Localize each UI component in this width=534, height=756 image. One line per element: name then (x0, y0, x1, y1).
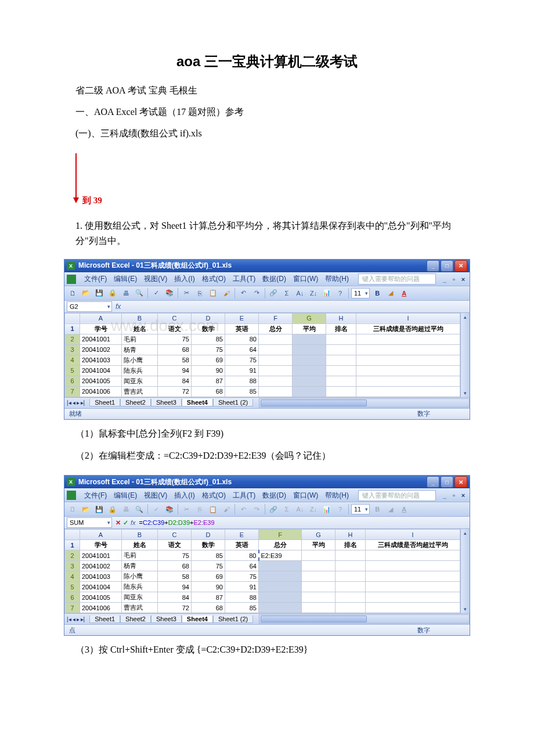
cell[interactable] (335, 592, 366, 603)
help-search-input[interactable]: 键入需要帮助的问题 (358, 273, 436, 285)
spell-icon[interactable]: ✓ (150, 287, 162, 299)
column-header[interactable]: C (158, 530, 192, 540)
cell[interactable]: 姓名 (122, 540, 158, 550)
menu-format[interactable]: 格式(O) (199, 274, 229, 284)
cell[interactable]: 闻亚东 (122, 592, 158, 603)
cell[interactable]: 75 (225, 571, 259, 582)
cell[interactable] (293, 365, 326, 376)
row-header[interactable]: 3 (65, 561, 80, 571)
print-icon[interactable]: 🖶 (120, 287, 132, 299)
spreadsheet-grid[interactable]: ABCDEFGHI1学号姓名语文数学英语总分平均排名三科成绩是否均超过平均220… (64, 313, 470, 397)
sheet-tab[interactable]: Sheet2 (120, 399, 151, 406)
save-icon[interactable]: 💾 (93, 287, 105, 299)
cell[interactable]: 88 (225, 376, 259, 386)
column-header[interactable]: G (293, 313, 326, 323)
cell[interactable]: 75 (192, 344, 225, 355)
cell[interactable] (259, 334, 293, 344)
sheet-tab[interactable]: Sheet4 (182, 399, 213, 406)
menu-format[interactable]: 格式(O) (199, 491, 229, 501)
research-icon[interactable]: 📚 (164, 287, 175, 299)
cell[interactable]: 学号 (80, 540, 122, 550)
help-search-input[interactable]: 键入需要帮助的问题 (358, 490, 436, 501)
cell[interactable]: 68 (192, 603, 225, 613)
row-header[interactable]: 4 (65, 355, 80, 365)
menu-view[interactable]: 视图(V) (140, 274, 171, 284)
cell[interactable]: 90 (192, 582, 225, 592)
cell[interactable] (259, 561, 302, 571)
cell[interactable]: 20041006 (80, 386, 122, 397)
sheet-tab[interactable]: Sheet1 (2) (213, 399, 253, 406)
cell[interactable]: 94 (158, 365, 192, 376)
cell[interactable] (302, 603, 335, 613)
bold-button[interactable]: B (371, 287, 383, 299)
cell[interactable] (293, 386, 326, 397)
cell[interactable] (356, 376, 460, 386)
cell[interactable] (302, 582, 335, 592)
cell[interactable] (259, 582, 302, 592)
cell[interactable] (356, 386, 460, 397)
cell[interactable] (356, 334, 460, 344)
tab-nav[interactable]: |◂◂ ▸▸| (64, 399, 87, 406)
menu-window[interactable]: 窗口(W) (290, 491, 322, 501)
cell[interactable]: 91 (225, 365, 259, 376)
cell[interactable]: 87 (192, 376, 225, 386)
cell[interactable] (356, 365, 460, 376)
cell[interactable] (259, 365, 293, 376)
cell[interactable] (366, 561, 460, 571)
scroll-up-icon[interactable]: ▴ (461, 314, 470, 320)
vertical-scrollbar[interactable]: ▴ ▾ (460, 313, 470, 397)
cell[interactable]: 85 (225, 386, 259, 397)
cell[interactable]: 68 (192, 386, 225, 397)
cell[interactable] (293, 376, 326, 386)
cell[interactable] (326, 386, 356, 397)
cell[interactable] (302, 592, 335, 603)
row-header[interactable]: 3 (65, 344, 80, 355)
cell[interactable]: 64 (225, 344, 259, 355)
scroll-down-icon[interactable]: ▾ (461, 606, 470, 612)
row-header[interactable]: 6 (65, 376, 80, 386)
column-header[interactable]: B (122, 313, 158, 323)
fill-color-icon[interactable]: ◢ (385, 287, 396, 299)
menu-view[interactable]: 视图(V) (140, 491, 171, 501)
cell[interactable]: 20041002 (80, 344, 122, 355)
cell[interactable] (259, 592, 302, 603)
cell[interactable]: 94 (158, 582, 192, 592)
doc-minimize[interactable]: _ (441, 492, 449, 499)
cell[interactable]: 陈小鹰 (122, 571, 158, 582)
column-header[interactable]: G (302, 530, 335, 540)
vertical-scrollbar[interactable]: ▴ ▾ (460, 529, 470, 613)
cell[interactable] (293, 344, 326, 355)
spreadsheet-grid[interactable]: ABCDEFGHI1学号姓名语文数学英语总分平均排名三科成绩是否均超过平均220… (64, 529, 470, 613)
close-button[interactable]: ✕ (454, 260, 467, 272)
cell[interactable]: 85 (192, 550, 225, 561)
cell[interactable]: 85 (225, 603, 259, 613)
column-header[interactable]: A (80, 313, 122, 323)
cell[interactable] (326, 334, 356, 344)
cell[interactable]: 80 (225, 550, 259, 561)
column-header[interactable]: F (259, 313, 293, 323)
cell[interactable] (293, 334, 326, 344)
cell[interactable]: 90 (192, 365, 225, 376)
cell[interactable]: 杨青 (122, 561, 158, 571)
cell[interactable]: 英语 (225, 323, 259, 334)
menu-edit[interactable]: 编辑(E) (110, 491, 140, 501)
cell[interactable] (259, 355, 293, 365)
cell[interactable]: 85 (192, 334, 225, 344)
sheet-tab[interactable]: Sheet2 (120, 615, 151, 623)
font-color-icon[interactable]: A (398, 287, 410, 299)
new-icon[interactable]: 🗋 (67, 287, 78, 299)
column-header[interactable]: I (356, 313, 460, 323)
enter-icon[interactable]: ✓ (123, 519, 128, 527)
scroll-down-icon[interactable]: ▾ (461, 390, 470, 396)
chart-icon[interactable]: 📊 (321, 287, 333, 299)
cell[interactable] (302, 550, 335, 561)
row-header[interactable]: 5 (65, 582, 80, 592)
copy-icon[interactable]: ⎘ (194, 287, 205, 299)
cell[interactable] (326, 376, 356, 386)
doc-close[interactable]: × (459, 276, 467, 283)
sheet-tab[interactable]: Sheet3 (151, 399, 182, 406)
cell[interactable]: 学号 (80, 323, 122, 334)
fx-icon[interactable]: fx (116, 303, 121, 311)
cell[interactable]: 64 (225, 561, 259, 571)
doc-restore[interactable]: ▫ (450, 492, 458, 499)
